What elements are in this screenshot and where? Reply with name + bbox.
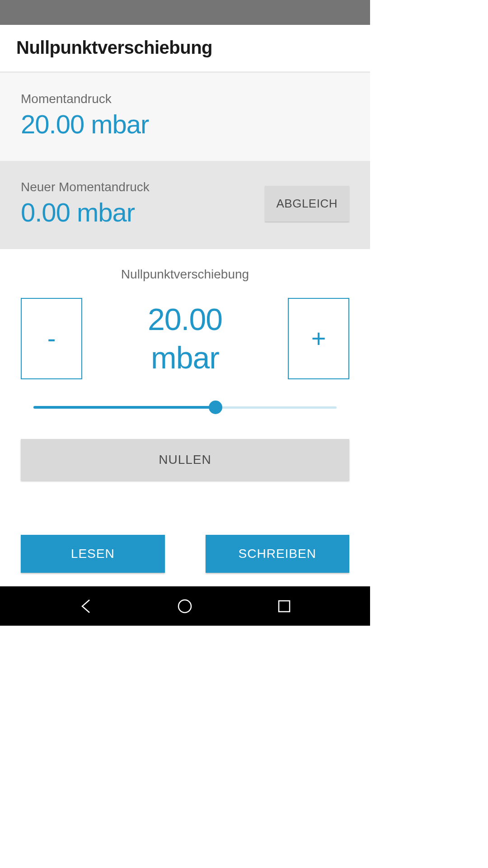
svg-point-0 bbox=[178, 600, 191, 613]
slider-container bbox=[21, 399, 349, 415]
shift-section: Nullpunktverschiebung - 20.00 mbar + NUL… bbox=[0, 249, 370, 494]
shift-value-unit: mbar bbox=[151, 340, 219, 375]
increment-button[interactable]: + bbox=[288, 298, 349, 379]
new-pressure-value: 0.00 mbar bbox=[21, 197, 150, 227]
write-button[interactable]: SCHREIBEN bbox=[206, 535, 350, 573]
shift-value: 20.00 mbar bbox=[148, 300, 222, 377]
recent-icon[interactable] bbox=[276, 598, 292, 614]
new-pressure-label: Neuer Momentandruck bbox=[21, 180, 150, 194]
slider-thumb[interactable] bbox=[209, 401, 222, 414]
zero-button[interactable]: NULLEN bbox=[21, 439, 349, 481]
shift-label: Nullpunktverschiebung bbox=[21, 267, 349, 282]
new-pressure-readout: Neuer Momentandruck 0.00 mbar bbox=[21, 180, 150, 227]
shift-slider[interactable] bbox=[33, 399, 337, 415]
decrement-button[interactable]: - bbox=[21, 298, 82, 379]
current-pressure-value: 20.00 mbar bbox=[21, 109, 349, 139]
back-icon[interactable] bbox=[78, 598, 94, 614]
page-header: Nullpunktverschiebung bbox=[0, 25, 370, 73]
android-nav-bar bbox=[0, 586, 370, 626]
svg-rect-1 bbox=[279, 601, 290, 612]
adjust-button[interactable]: ABGLEICH bbox=[265, 186, 350, 222]
shift-value-number: 20.00 bbox=[148, 302, 222, 336]
status-bar bbox=[0, 0, 370, 25]
bottom-actions: LESEN SCHREIBEN bbox=[0, 494, 370, 586]
home-icon[interactable] bbox=[177, 598, 193, 614]
new-pressure-panel: Neuer Momentandruck 0.00 mbar ABGLEICH bbox=[0, 161, 370, 249]
stepper-row: - 20.00 mbar + bbox=[21, 298, 349, 379]
slider-fill bbox=[33, 406, 216, 409]
page-title: Nullpunktverschiebung bbox=[16, 38, 354, 58]
read-button[interactable]: LESEN bbox=[21, 535, 165, 573]
current-pressure-label: Momentandruck bbox=[21, 92, 349, 106]
current-pressure-panel: Momentandruck 20.00 mbar bbox=[0, 73, 370, 161]
